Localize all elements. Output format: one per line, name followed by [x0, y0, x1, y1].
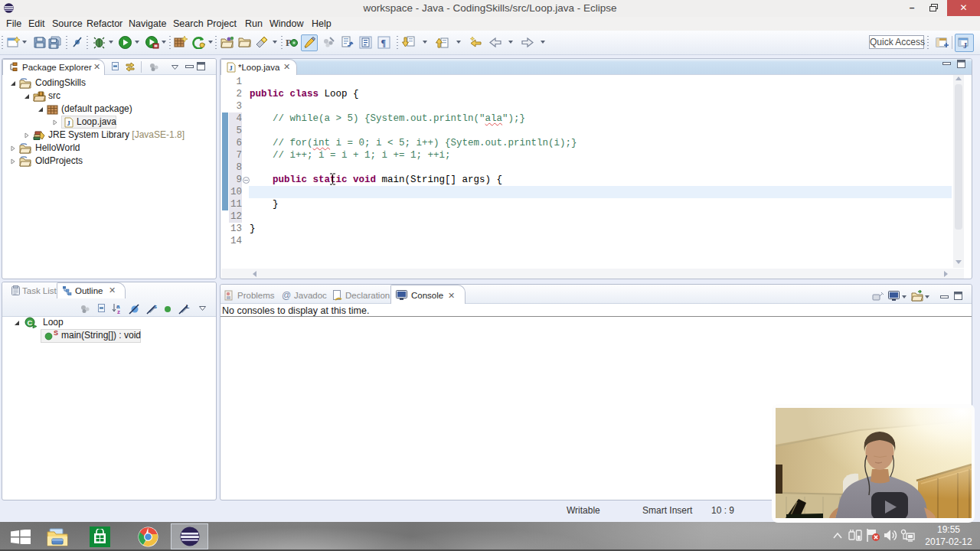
svg-text:J: J: [963, 41, 967, 49]
svg-text:J: J: [229, 64, 233, 72]
svg-text:C: C: [28, 318, 33, 327]
svg-text:s: s: [154, 304, 157, 309]
svg-text:J: J: [67, 119, 70, 127]
svg-text:L: L: [186, 304, 190, 309]
svg-text:¶: ¶: [381, 37, 386, 48]
svg-text:z: z: [117, 308, 120, 315]
